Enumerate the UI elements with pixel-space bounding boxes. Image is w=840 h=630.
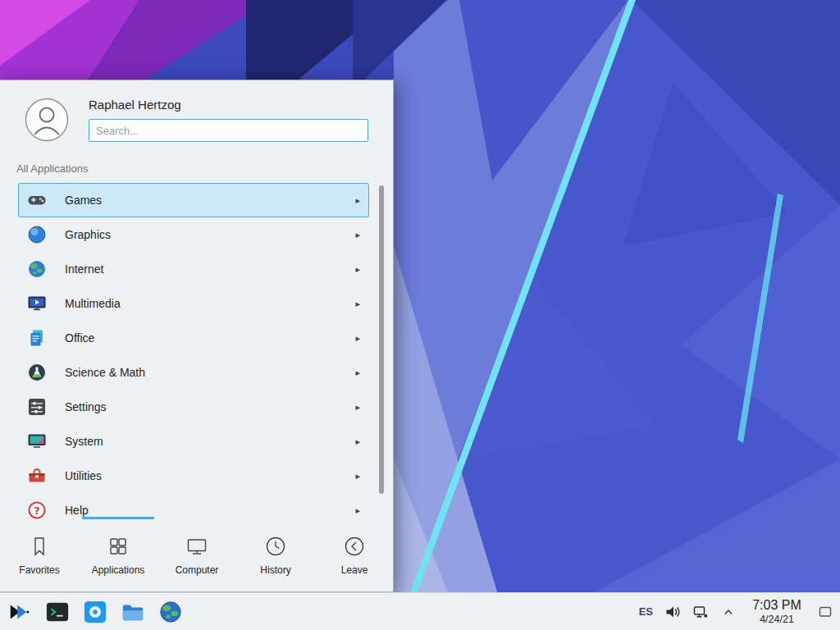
science-category-icon (27, 363, 47, 382)
tab-favorites[interactable]: Favorites (0, 518, 79, 591)
help-category-icon: ? (27, 500, 47, 519)
terminal-icon (45, 600, 70, 624)
app-launcher-icon (7, 600, 32, 624)
submenu-arrow-icon: ▸ (355, 436, 360, 447)
speaker-icon (664, 604, 681, 620)
category-item-help[interactable]: ? Help ▸ (18, 493, 369, 519)
category-label: Science & Math (65, 366, 145, 379)
system-tray: ES (637, 596, 840, 628)
web-browser-icon (158, 600, 183, 624)
submenu-arrow-icon: ▸ (355, 368, 360, 378)
tray-expander-button[interactable] (719, 599, 738, 625)
app-launcher-button[interactable] (7, 599, 33, 625)
category-item-science-math[interactable]: Science & Math ▸ (18, 355, 369, 390)
category-item-office[interactable]: Office ▸ (18, 321, 369, 355)
category-label: Multimedia (65, 297, 121, 310)
computer-icon (185, 535, 208, 558)
tab-computer[interactable]: Computer (158, 518, 236, 591)
submenu-arrow-icon: ▸ (355, 471, 360, 482)
taskbar-launcher-area (0, 599, 184, 625)
category-item-settings[interactable]: Settings ▸ (18, 390, 369, 424)
launcher-header: Raphael Hertzog (0, 80, 393, 153)
svg-text:?: ? (34, 504, 40, 517)
category-label: Utilities (65, 469, 102, 482)
category-item-system[interactable]: System ▸ (18, 424, 369, 459)
tab-label: Favorites (19, 564, 59, 576)
keyboard-layout-indicator[interactable]: ES (637, 605, 655, 618)
category-item-multimedia[interactable]: Multimedia ▸ (18, 286, 369, 321)
clock-date: 4/24/21 (750, 614, 804, 626)
file-manager-button[interactable] (120, 599, 146, 625)
submenu-arrow-icon: ▸ (355, 402, 360, 413)
user-name: Raphael Hertzog (89, 98, 181, 112)
web-browser-button[interactable] (158, 599, 184, 625)
desktop: Raphael Hertzog All Applications Games ▸ (0, 0, 840, 630)
tab-label: History (260, 564, 290, 576)
tab-label: Leave (341, 564, 368, 576)
launcher-tabbar: Favorites Applications Computer (0, 518, 394, 591)
tab-label: Applications (92, 564, 145, 576)
category-label: Internet (65, 262, 103, 276)
chevron-up-icon (722, 605, 735, 619)
clock-widget[interactable]: 7:03 PM 4/24/21 (750, 598, 804, 626)
category-label: Graphics (65, 228, 111, 241)
submenu-arrow-icon: ▸ (355, 333, 360, 344)
file-manager-icon (121, 600, 145, 624)
utilities-category-icon (27, 466, 47, 486)
search-input[interactable] (89, 119, 368, 142)
section-label-all-applications: All Applications (16, 162, 88, 175)
application-launcher-menu: Raphael Hertzog All Applications Games ▸ (0, 80, 394, 592)
show-desktop-button[interactable] (815, 596, 835, 628)
tab-label: Computer (176, 564, 219, 576)
category-label: Office (65, 331, 94, 345)
submenu-arrow-icon: ▸ (355, 505, 360, 516)
terminal-app-button[interactable] (44, 599, 71, 625)
submenu-arrow-icon: ▸ (355, 230, 360, 240)
category-label: Games (65, 194, 102, 207)
show-desktop-icon (817, 604, 833, 620)
submenu-arrow-icon: ▸ (355, 195, 360, 206)
category-label: Settings (65, 400, 107, 413)
software-app-button[interactable] (82, 599, 108, 625)
submenu-arrow-icon: ▸ (355, 264, 360, 275)
tab-applications[interactable]: Applications (79, 518, 158, 591)
games-category-icon (27, 190, 47, 210)
graphics-category-icon (27, 225, 47, 244)
wired-network-icon (692, 604, 709, 620)
clock-time: 7:03 PM (750, 598, 804, 614)
system-category-icon (27, 431, 47, 451)
settings-category-icon (27, 397, 47, 417)
category-item-utilities[interactable]: Utilities ▸ (18, 459, 369, 493)
category-item-games[interactable]: Games ▸ (18, 183, 369, 217)
multimedia-category-icon (27, 294, 47, 313)
applications-grid-icon (107, 535, 130, 558)
tab-leave[interactable]: Leave (315, 518, 394, 591)
category-list: Games ▸ Graphics ▸ (0, 183, 394, 519)
internet-category-icon (27, 259, 47, 279)
category-list-scrollbar[interactable] (379, 185, 384, 494)
category-item-internet[interactable]: Internet ▸ (18, 252, 369, 286)
leave-icon (343, 535, 366, 558)
category-label: System (65, 435, 103, 448)
taskbar-panel: ES (0, 592, 840, 630)
user-avatar (25, 98, 69, 142)
software-app-icon (83, 600, 107, 624)
tab-history[interactable]: History (236, 518, 315, 591)
history-clock-icon (264, 535, 287, 558)
category-label: Help (65, 504, 89, 517)
network-button[interactable] (691, 599, 710, 625)
volume-button[interactable] (663, 599, 682, 625)
bookmark-icon (28, 535, 51, 558)
office-category-icon (27, 328, 47, 348)
submenu-arrow-icon: ▸ (355, 299, 360, 309)
category-item-graphics[interactable]: Graphics ▸ (18, 217, 369, 252)
